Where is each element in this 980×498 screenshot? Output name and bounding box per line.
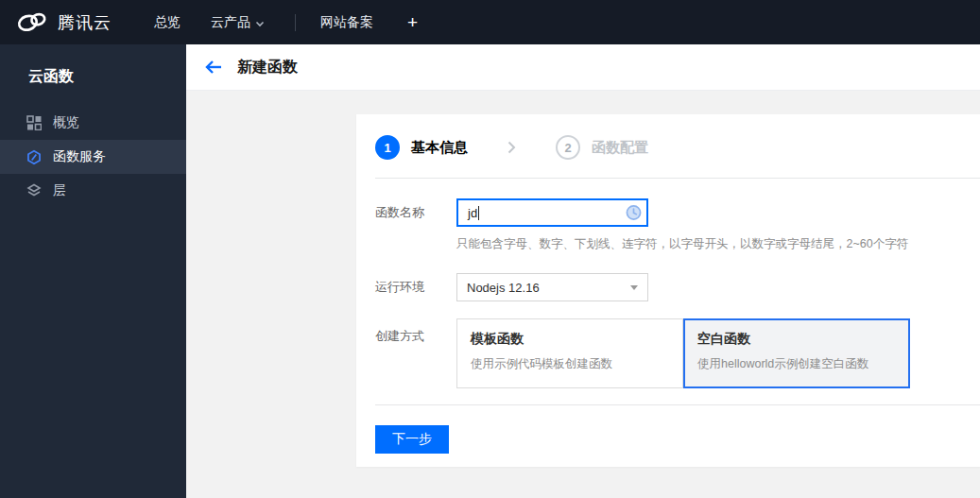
card-template-function[interactable]: 模板函数 使用示例代码模板创建函数	[456, 318, 683, 388]
step-label: 函数配置	[592, 139, 648, 157]
content-area: 1 基本信息 2 函数配置 函数名称 jd	[186, 91, 980, 498]
grid-icon	[26, 115, 42, 130]
sidebar-item-label: 函数服务	[53, 148, 106, 165]
top-nav-bar: 腾讯云 总览 云产品 网站备案 +	[0, 0, 980, 44]
next-step-button[interactable]: 下一步	[375, 425, 449, 454]
step-number-badge: 1	[375, 135, 400, 160]
step-basic-info: 1 基本信息	[375, 135, 468, 160]
card-title: 空白函数	[697, 331, 896, 348]
page-header: 新建函数	[186, 44, 980, 91]
function-name-row: 函数名称 jd	[375, 198, 980, 227]
step-number-badge: 2	[556, 135, 580, 160]
text-cursor	[478, 206, 479, 220]
sidebar-item-overview[interactable]: 概览	[0, 106, 186, 140]
logo-text: 腾讯云	[58, 11, 112, 34]
nav-item-overview[interactable]: 总览	[154, 14, 181, 31]
card-description: 使用示例代码模板创建函数	[471, 356, 669, 372]
select-caret-icon	[630, 285, 638, 290]
card-blank-function[interactable]: 空白函数 使用helloworld示例创建空白函数	[683, 318, 910, 388]
sidebar-item-layers[interactable]: 层	[0, 174, 186, 208]
nav-divider	[295, 14, 296, 31]
cloud-logo-icon	[15, 9, 49, 37]
sidebar-item-label: 概览	[53, 114, 79, 131]
function-name-value: jd	[468, 206, 477, 220]
runtime-select[interactable]: Nodejs 12.16	[456, 273, 648, 301]
step-function-config: 2 函数配置	[556, 135, 648, 160]
step-wizard: 1 基本信息 2 函数配置	[356, 114, 980, 160]
chevron-down-icon	[255, 15, 265, 30]
runtime-row: 运行环境 Nodejs 12.16	[375, 273, 980, 301]
sidebar-title: 云函数	[0, 44, 186, 106]
footer-divider	[375, 404, 980, 405]
function-name-input[interactable]: jd	[456, 198, 648, 227]
back-button[interactable]	[203, 57, 224, 77]
creation-method-label: 创建方式	[375, 318, 438, 388]
top-nav-items: 总览 云产品 网站备案 +	[154, 12, 418, 33]
basic-info-form: 函数名称 jd 只能包含字母、数字、下划线、连字符，以字母开头，以数字或字母结尾…	[356, 198, 980, 388]
card-title: 模板函数	[471, 331, 669, 348]
sidebar-item-label: 层	[53, 182, 66, 199]
runtime-selected-value: Nodejs 12.16	[467, 281, 540, 295]
section-divider	[375, 178, 980, 179]
add-tab-button[interactable]: +	[407, 12, 418, 33]
page-title: 新建函数	[237, 58, 298, 77]
sidebar: 云函数 概览 函数服务 层	[0, 44, 186, 498]
clock-icon	[626, 205, 642, 221]
step-label: 基本信息	[411, 139, 468, 157]
nav-item-cloud-products[interactable]: 云产品	[211, 14, 265, 31]
function-name-help: 只能包含字母、数字、下划线、连字符，以字母开头，以数字或字母结尾，2~60个字符	[456, 236, 980, 252]
creation-method-cards: 模板函数 使用示例代码模板创建函数 空白函数 使用helloworld示例创建空…	[456, 318, 910, 388]
layers-icon	[26, 183, 42, 198]
sidebar-item-function-service[interactable]: 函数服务	[0, 140, 186, 174]
create-function-panel: 1 基本信息 2 函数配置 函数名称 jd	[356, 114, 980, 467]
scf-icon	[26, 149, 42, 164]
step-chevron-icon	[507, 141, 516, 154]
function-name-label: 函数名称	[375, 204, 438, 221]
card-description: 使用helloworld示例创建空白函数	[697, 356, 896, 372]
nav-item-icp-filing[interactable]: 网站备案	[320, 14, 373, 31]
tencent-cloud-logo[interactable]: 腾讯云	[15, 9, 112, 37]
runtime-label: 运行环境	[375, 279, 438, 296]
creation-method-row: 创建方式 模板函数 使用示例代码模板创建函数 空白函数 使用helloworld…	[375, 318, 980, 388]
